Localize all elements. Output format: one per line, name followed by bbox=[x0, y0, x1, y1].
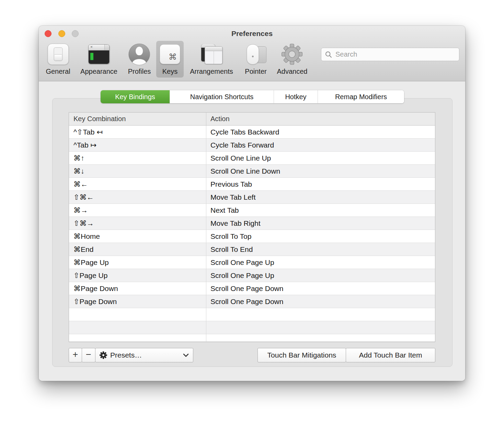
table-row[interactable]: ⌘Page DownScroll One Page Down bbox=[69, 282, 435, 295]
empty-table-row bbox=[69, 334, 435, 342]
preferences-window: Preferences General Appearance Profiles bbox=[39, 26, 465, 381]
remove-key-binding-button[interactable]: − bbox=[82, 348, 95, 362]
key-combination-cell: ^⇧Tab ↤ bbox=[69, 126, 206, 138]
key-combination-cell bbox=[69, 321, 206, 334]
action-cell: Scroll One Page Down bbox=[206, 282, 435, 295]
table-row[interactable]: ⌘↑Scroll One Line Up bbox=[69, 152, 435, 165]
table-header: Key Combination Action bbox=[69, 113, 435, 126]
presets-dropdown[interactable]: Presets… bbox=[95, 348, 193, 362]
chevron-down-icon bbox=[183, 353, 189, 357]
key-combination-cell bbox=[69, 308, 206, 321]
action-cell: Scroll One Line Down bbox=[206, 165, 435, 177]
toolbar-item-label: Profiles bbox=[128, 68, 151, 75]
gear-icon bbox=[100, 351, 107, 359]
titlebar-toolbar: Preferences General Appearance Profiles bbox=[39, 26, 465, 81]
table-row[interactable]: ⌘→Next Tab bbox=[69, 204, 435, 217]
search-input[interactable] bbox=[335, 50, 455, 59]
toolbar-search-field[interactable] bbox=[321, 48, 459, 61]
table-row[interactable]: ⌘↓Scroll One Line Down bbox=[69, 165, 435, 178]
key-combination-cell: ⇧Page Down bbox=[69, 295, 206, 308]
key-combination-cell: ⌘End bbox=[69, 243, 206, 256]
tab-remap-modifiers[interactable]: Remap Modifiers bbox=[318, 90, 404, 103]
toolbar-item-arrangements[interactable]: Arrangements bbox=[186, 41, 237, 78]
action-cell: Next Tab bbox=[206, 204, 435, 217]
toolbar-item-keys[interactable]: Keys bbox=[156, 41, 184, 78]
table-row[interactable]: ⌘HomeScroll To Top bbox=[69, 230, 435, 243]
table-row[interactable]: ⇧⌘→Move Tab Right bbox=[69, 217, 435, 230]
action-cell: Cycle Tabs Backward bbox=[206, 126, 435, 138]
key-combination-cell: ⌘Page Up bbox=[69, 256, 206, 269]
toolbar-item-label: Keys bbox=[162, 68, 177, 75]
toolbar-item-label: Advanced bbox=[277, 68, 308, 75]
tab-hotkey[interactable]: Hotkey bbox=[274, 90, 318, 103]
key-combination-cell: ⌘← bbox=[69, 178, 206, 190]
action-cell: Scroll To Top bbox=[206, 230, 435, 243]
column-header-key-combination: Key Combination bbox=[69, 113, 206, 125]
key-combination-cell: ⌘→ bbox=[69, 204, 206, 217]
action-cell: Scroll To End bbox=[206, 243, 435, 256]
empty-table-row bbox=[69, 321, 435, 334]
windows-stack-icon bbox=[201, 42, 222, 66]
empty-table-row bbox=[69, 308, 435, 321]
action-cell: Move Tab Right bbox=[206, 217, 435, 230]
toolbar-item-label: Appearance bbox=[80, 68, 117, 75]
window-theme-icon bbox=[88, 42, 110, 66]
table-row[interactable]: ⌘Page UpScroll One Page Up bbox=[69, 256, 435, 269]
action-cell: Scroll One Page Up bbox=[206, 256, 435, 269]
toolbar-item-general[interactable]: General bbox=[42, 41, 73, 78]
presets-label: Presets… bbox=[110, 351, 180, 359]
key-combination-cell: ⌘↓ bbox=[69, 165, 206, 177]
table-row[interactable]: ⌘←Previous Tab bbox=[69, 178, 435, 191]
toolbar-item-label: Arrangements bbox=[190, 68, 233, 75]
table-row[interactable]: ^Tab ↦Cycle Tabs Forward bbox=[69, 139, 435, 152]
keys-tab-bar: Key Bindings Navigation Shortcuts Hotkey… bbox=[101, 90, 404, 103]
key-combination-cell: ⇧⌘← bbox=[69, 191, 206, 203]
key-combination-cell: ⇧⌘→ bbox=[69, 217, 206, 230]
add-touch-bar-item-button[interactable]: Add Touch Bar Item bbox=[346, 348, 435, 362]
table-row[interactable]: ⌘EndScroll To End bbox=[69, 243, 435, 256]
table-row[interactable]: ⇧⌘←Move Tab Left bbox=[69, 191, 435, 204]
key-combination-cell: ⇧Page Up bbox=[69, 269, 206, 282]
toolbar-item-pointer[interactable]: Pointer bbox=[241, 41, 270, 78]
action-cell: Scroll One Line Up bbox=[206, 152, 435, 164]
key-combination-cell: ^Tab ↦ bbox=[69, 139, 206, 151]
add-key-binding-button[interactable]: + bbox=[69, 348, 82, 362]
search-icon bbox=[325, 51, 332, 58]
tab-navigation-shortcuts[interactable]: Navigation Shortcuts bbox=[170, 90, 274, 103]
preferences-content: Key Bindings Navigation Shortcuts Hotkey… bbox=[39, 81, 465, 381]
table-row[interactable]: ⇧Page DownScroll One Page Down bbox=[69, 295, 435, 308]
touch-bar-mitigations-button[interactable]: Touch Bar Mitigations bbox=[257, 348, 346, 362]
action-cell bbox=[206, 308, 435, 321]
toolbar-item-label: Pointer bbox=[245, 68, 266, 75]
key-combination-cell: ⌘Home bbox=[69, 230, 206, 243]
key-combination-cell: ⌘↑ bbox=[69, 152, 206, 164]
action-cell: Move Tab Left bbox=[206, 191, 435, 203]
table-row[interactable]: ⇧Page UpScroll One Page Up bbox=[69, 269, 435, 282]
action-cell: Scroll One Page Up bbox=[206, 269, 435, 282]
action-cell bbox=[206, 334, 435, 341]
tab-key-bindings[interactable]: Key Bindings bbox=[101, 90, 170, 103]
toolbar-item-label: General bbox=[46, 68, 70, 75]
mouse-icon bbox=[245, 42, 266, 66]
action-cell: Cycle Tabs Forward bbox=[206, 139, 435, 151]
toggle-switch-icon bbox=[47, 42, 69, 66]
table-body: ^⇧Tab ↤Cycle Tabs Backward^Tab ↦Cycle Ta… bbox=[69, 126, 435, 342]
toolbar-item-advanced[interactable]: Advanced bbox=[274, 41, 311, 78]
action-cell: Scroll One Page Down bbox=[206, 295, 435, 308]
action-cell bbox=[206, 321, 435, 334]
toolbar-item-appearance[interactable]: Appearance bbox=[77, 41, 121, 78]
gear-icon bbox=[282, 42, 303, 66]
window-title: Preferences bbox=[39, 30, 465, 38]
column-header-action: Action bbox=[206, 113, 435, 125]
toolbar-item-profiles[interactable]: Profiles bbox=[125, 41, 154, 78]
key-combination-cell bbox=[69, 334, 206, 341]
person-icon bbox=[129, 42, 150, 66]
table-row[interactable]: ^⇧Tab ↤Cycle Tabs Backward bbox=[69, 126, 435, 139]
key-combination-cell: ⌘Page Down bbox=[69, 282, 206, 295]
key-bindings-table: Key Combination Action ^⇧Tab ↤Cycle Tabs… bbox=[69, 112, 435, 342]
action-cell: Previous Tab bbox=[206, 178, 435, 190]
command-key-icon bbox=[160, 42, 180, 66]
